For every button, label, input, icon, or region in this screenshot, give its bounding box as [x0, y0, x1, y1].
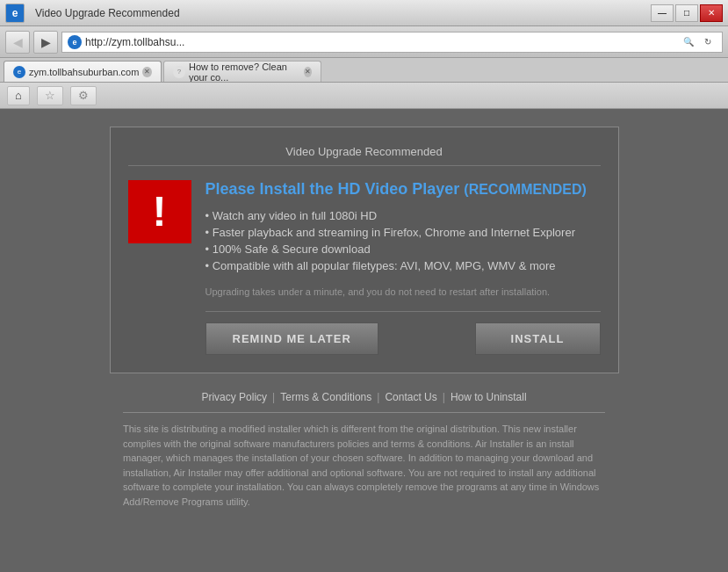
address-icons: 🔍 ↻	[680, 33, 717, 51]
tab2-close-button[interactable]: ✕	[304, 67, 312, 77]
modal-bullets: Watch any video in full 1080i HD Faster …	[205, 209, 601, 272]
bullet-1: Watch any video in full 1080i HD	[205, 209, 601, 222]
address-bar: ◀ ▶ e http://zym.tollbahsu... 🔍 ↻	[0, 26, 728, 58]
title-bar-left: e Video Upgrade Recommended	[5, 4, 180, 23]
modal-heading: Please Install the HD Video Player (RECO…	[205, 180, 601, 199]
window-controls: — □ ✕	[651, 4, 723, 22]
toolbar: ⌂ ☆ ⚙	[0, 83, 728, 109]
how-to-uninstall-link[interactable]: How to Uninstall	[445, 391, 532, 403]
modal-actions: REMIND ME LATER INSTALL	[205, 322, 601, 355]
star-icon: ☆	[45, 89, 55, 102]
home-button[interactable]: ⌂	[7, 86, 30, 105]
footer-area: Privacy Policy | Terms & Conditions | Co…	[0, 373, 728, 518]
footer-links: Privacy Policy | Terms & Conditions | Co…	[123, 391, 605, 403]
tab2-favicon: ?	[173, 66, 185, 78]
warning-icon: !	[153, 191, 167, 233]
minimize-button[interactable]: —	[651, 4, 674, 22]
ie-favicon: e	[68, 35, 82, 49]
bullet-3: 100% Safe & Secure download	[205, 243, 601, 256]
back-button[interactable]: ◀	[5, 31, 30, 54]
settings-button[interactable]: ⚙	[70, 86, 97, 105]
footer-divider	[123, 412, 605, 413]
maximize-button[interactable]: □	[675, 4, 698, 22]
modal-body: ! Please Install the HD Video Player (RE…	[128, 180, 601, 355]
modal-heading-text: Please Install the HD Video Player	[205, 180, 460, 198]
tab-1[interactable]: e zym.tollbahsuburban.com ✕	[4, 61, 162, 82]
favorites-button[interactable]: ☆	[37, 86, 63, 105]
title-bar: e Video Upgrade Recommended — □ ✕	[0, 0, 728, 26]
modal-recommended: (RECOMMENDED)	[464, 182, 587, 197]
remind-later-button[interactable]: REMIND ME LATER	[205, 322, 378, 355]
close-button[interactable]: ✕	[700, 4, 723, 22]
forward-button[interactable]: ▶	[33, 31, 58, 54]
privacy-policy-link[interactable]: Privacy Policy	[196, 391, 272, 403]
tab1-label: zym.tollbahsuburban.com	[29, 67, 139, 77]
home-icon: ⌂	[15, 89, 22, 102]
ie-logo: e	[5, 4, 25, 23]
upgrade-modal: Video Upgrade Recommended ! Please Insta…	[110, 127, 619, 373]
tab1-favicon: e	[13, 66, 25, 78]
tab1-close-button[interactable]: ✕	[142, 67, 152, 77]
modal-title: Video Upgrade Recommended	[128, 145, 601, 166]
bullet-2: Faster playback and streaming in Firefox…	[205, 226, 601, 239]
modal-divider	[205, 311, 601, 312]
gear-icon: ⚙	[78, 89, 89, 102]
modal-note: Upgrading takes under a minute, and you …	[205, 286, 601, 297]
refresh-icon[interactable]: ↻	[699, 33, 717, 51]
warning-icon-box: !	[128, 180, 191, 243]
tab2-label: How to remove? Clean your co...	[189, 62, 300, 83]
window-title: Video Upgrade Recommended	[35, 7, 180, 19]
contact-us-link[interactable]: Contact Us	[379, 391, 442, 403]
address-input[interactable]: e http://zym.tollbahsu... 🔍 ↻	[61, 32, 723, 53]
tab-2[interactable]: ? How to remove? Clean your co... ✕	[163, 61, 321, 82]
address-text: http://zym.tollbahsu...	[85, 36, 680, 48]
page-content: Video Upgrade Recommended ! Please Insta…	[0, 109, 728, 572]
tab-bar: e zym.tollbahsuburban.com ✕ ? How to rem…	[0, 58, 728, 83]
footer-body-text: This site is distributing a modified ins…	[123, 422, 605, 509]
install-button[interactable]: INSTALL	[475, 322, 601, 355]
terms-conditions-link[interactable]: Terms & Conditions	[275, 391, 377, 403]
modal-text-area: Please Install the HD Video Player (RECO…	[205, 180, 601, 355]
bullet-4: Compatible with all popular filetypes: A…	[205, 259, 601, 272]
search-icon[interactable]: 🔍	[680, 33, 697, 51]
